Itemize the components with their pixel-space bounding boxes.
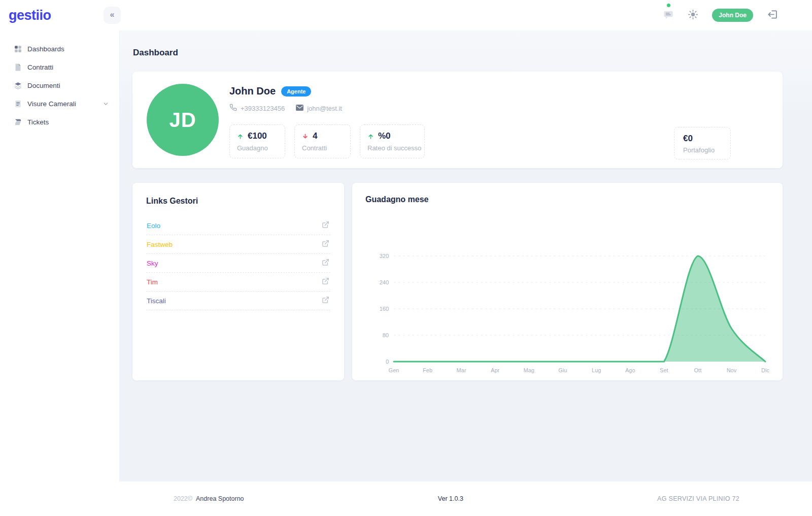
stat-contratti: 4 Contratti [294, 124, 351, 158]
stat-value: €0 [683, 134, 722, 144]
stat-label: Contratti [302, 144, 343, 152]
tickets-icon [13, 117, 22, 126]
link-label[interactable]: Fastweb [147, 241, 173, 248]
profile-email: john@test.it [296, 105, 342, 112]
stat-value: %0 [378, 131, 391, 141]
chart-x-label: Mar [457, 367, 466, 373]
footer-year: 2022© [174, 495, 192, 502]
topbar-actions: John Doe [663, 9, 812, 22]
chart-x-label: Apr [491, 367, 499, 373]
footer-company: AG SERVIZI VIA PLINIO 72 [657, 495, 739, 502]
dashboard-grid-icon [13, 44, 22, 53]
chart-y-tick: 0 [386, 359, 389, 365]
sidebar: Dashboards Contratti Documenti [0, 30, 120, 481]
chart-y-tick: 80 [383, 332, 389, 338]
external-link-icon[interactable] [322, 240, 329, 249]
sun-icon [688, 9, 698, 21]
profile-card: JD John Doe Agente +39333123456 [132, 72, 783, 168]
external-link-icon[interactable] [322, 259, 329, 268]
chart-x-label: Ott [694, 367, 702, 373]
sidebar-item-label: Documenti [27, 82, 60, 89]
links-list: Eolo Fastweb Sky Tim [146, 216, 330, 310]
sidebar-item-tickets[interactable]: Tickets [0, 113, 119, 131]
chart-y-tick: 320 [380, 253, 389, 259]
theme-toggle-button[interactable] [688, 9, 698, 21]
chart-x-label: Nov [727, 367, 737, 373]
sidebar-item-label: Contratti [27, 63, 53, 71]
notification-dot [667, 4, 670, 7]
footer-author: Andrea Spotorno [196, 495, 244, 502]
avatar: JD [147, 84, 219, 156]
mail-icon [296, 105, 303, 112]
double-chevron-left-icon: « [110, 10, 115, 19]
chart-x-label: Giu [558, 367, 567, 373]
chevron-down-icon [103, 101, 109, 107]
profile-name: John Doe [229, 85, 276, 97]
sidebar-item-label: Dashboards [27, 45, 64, 53]
role-badge: Agente [281, 86, 311, 96]
link-row-tim[interactable]: Tim [146, 273, 330, 292]
trend-down-icon [302, 133, 309, 140]
sidebar-item-documenti[interactable]: Documenti [0, 76, 119, 94]
chart-x-label: Set [660, 367, 668, 373]
stat-guadagno: €100 Guadagno [229, 124, 285, 158]
footer-copyright: 2022©Andrea Spotorno [174, 495, 244, 502]
stat-label: Rateo di successo [367, 144, 417, 152]
link-label[interactable]: Eolo [147, 222, 160, 230]
stat-label: Guadagno [237, 144, 278, 152]
email-address: john@test.it [307, 105, 342, 112]
user-badge[interactable]: John Doe [712, 9, 753, 22]
guadagno-mese-card: Guadagno mese 080160240320GenFebMarAprMa… [352, 183, 783, 380]
stat-rateo-successo: %0 Rateo di successo [360, 124, 425, 158]
link-row-tiscali[interactable]: Tiscali [146, 292, 330, 310]
link-row-eolo[interactable]: Eolo [146, 216, 330, 235]
sidebar-item-label: Tickets [27, 118, 49, 126]
chat-icon [663, 9, 674, 22]
stat-value: 4 [313, 131, 317, 141]
trend-up-icon [237, 133, 244, 140]
external-link-icon[interactable] [322, 296, 329, 306]
stats-row: €100 Guadagno 4 Contratti %0 Rateo di su… [229, 124, 425, 158]
external-link-icon[interactable] [322, 277, 329, 287]
logout-button[interactable] [767, 9, 779, 22]
footer: 2022©Andrea Spotorno Ver 1.0.3 AG SERVIZ… [0, 481, 812, 516]
phone-icon [229, 104, 237, 113]
logout-icon [767, 9, 779, 22]
sidebar-item-dashboards[interactable]: Dashboards [0, 40, 119, 58]
app-logo[interactable]: gestiio [9, 8, 104, 23]
chart-x-label: Gen [389, 367, 399, 373]
topbar: gestiio « John Doe [0, 0, 812, 30]
sidebar-item-visure-camerali[interactable]: Visure Camerali [0, 94, 119, 113]
main-content: Dashboard JD John Doe Agente +393 [120, 30, 812, 481]
chart-x-label: Dic [761, 367, 769, 373]
contract-file-icon [13, 62, 22, 72]
visure-doc-icon [13, 99, 22, 108]
stat-portafoglio: €0 Portafoglio [674, 127, 731, 159]
sidebar-item-contratti[interactable]: Contratti [0, 58, 119, 76]
external-link-icon[interactable] [322, 221, 329, 231]
chart-y-tick: 160 [380, 306, 389, 312]
documents-layers-icon [13, 81, 22, 90]
guadagno-chart: 080160240320GenFebMarAprMagGiuLugAgoSetO… [365, 212, 783, 376]
links-gestori-card: Links Gestori Eolo Fastweb Sky [132, 183, 344, 380]
trend-up-icon [367, 133, 374, 140]
chat-button[interactable] [663, 9, 674, 22]
sidebar-item-label: Visure Camerali [27, 100, 76, 108]
link-row-fastweb[interactable]: Fastweb [146, 235, 330, 254]
link-label[interactable]: Sky [147, 260, 158, 267]
chart-x-label: Feb [423, 367, 432, 373]
page-title: Dashboard [133, 48, 783, 58]
link-label[interactable]: Tiscali [147, 297, 166, 305]
profile-phone: +39333123456 [229, 104, 285, 113]
footer-version: Ver 1.0.3 [438, 495, 463, 502]
stat-label: Portafoglio [683, 146, 722, 154]
links-card-title: Links Gestori [146, 197, 330, 206]
sidebar-collapse-button[interactable]: « [104, 7, 121, 24]
chart-title: Guadagno mese [365, 195, 783, 204]
chart-x-label: Ago [625, 367, 635, 373]
area-chart: 080160240320GenFebMarAprMagGiuLugAgoSetO… [365, 212, 771, 376]
stat-value: €100 [248, 131, 267, 141]
phone-number: +39333123456 [241, 105, 285, 112]
link-row-sky[interactable]: Sky [146, 254, 330, 273]
link-label[interactable]: Tim [147, 278, 158, 286]
